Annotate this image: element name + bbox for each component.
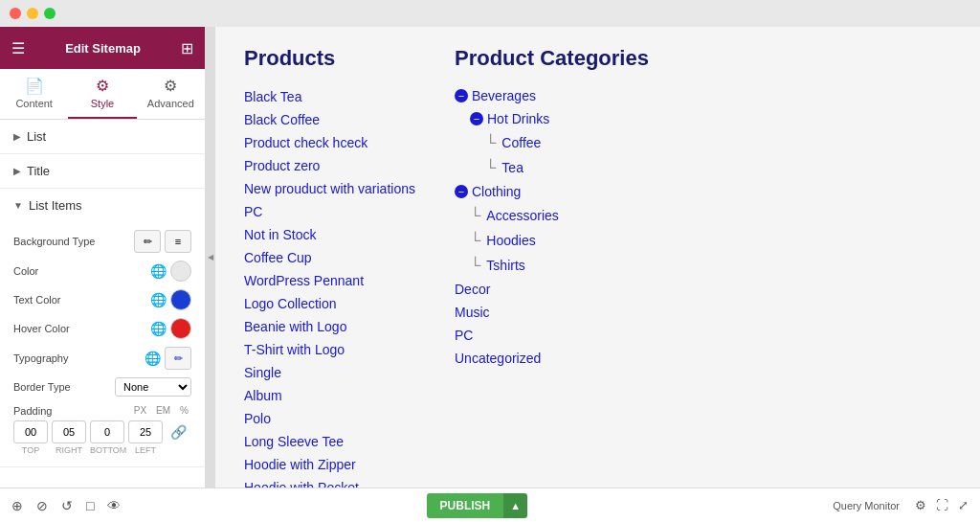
typography-row: Typography 🌐 ✏ [13,347,191,370]
section-title-header[interactable]: ▶ Title [0,154,205,188]
close-button[interactable] [10,8,21,19]
hover-color-label: Hover Color [13,323,150,334]
bg-type-pen-btn[interactable]: ✏ [134,230,161,253]
bottom-right-icons: ⚙ ⛶ ⤢ [915,498,969,512]
collapse-handle[interactable]: ◀ [206,27,215,488]
minus-icon[interactable]: − [470,112,483,125]
label-right: RIGHT [52,445,86,455]
hover-color-swatch[interactable] [170,318,191,339]
add-icon[interactable]: ⊕ [11,498,23,513]
eye-icon[interactable]: 👁 [107,498,121,513]
section-list-label: List [27,129,46,144]
publish-arrow-button[interactable]: ▲ [503,493,527,518]
list-item[interactable]: └Tea [455,157,665,178]
section-list-header[interactable]: ▶ List [0,120,205,153]
list-item[interactable]: New prouduct with variations [244,178,416,199]
content-icon: 📄 [25,77,44,95]
padding-right-input[interactable] [52,420,86,443]
menu-icon[interactable]: ☰ [11,39,25,57]
color-swatch[interactable] [170,261,191,282]
category-label: Decor [455,282,490,297]
typography-globe-icon[interactable]: 🌐 [145,351,161,366]
tree-line-icon: └ [485,159,496,176]
list-item[interactable]: Hoodie with Zipper [244,454,416,475]
category-label: Hoodies [486,233,535,248]
section-title-label: Title [27,164,50,178]
block-icon[interactable]: ⊘ [36,498,48,513]
list-item[interactable]: T-Shirt with Logo [244,339,416,360]
list-item[interactable]: −Clothing [455,182,665,201]
minus-icon[interactable]: − [455,185,468,198]
list-item[interactable]: Black Tea [244,86,416,107]
list-item[interactable]: −Beverages [455,86,665,105]
tab-advanced[interactable]: ⚙ Advanced [137,69,205,119]
list-item[interactable]: Uncategorized [455,349,665,368]
list-item[interactable]: Product check hceck [244,132,416,153]
fullscreen-icon[interactable]: ⤢ [958,498,969,512]
bg-type-lines-btn[interactable]: ≡ [165,230,191,253]
list-item[interactable]: Long Sleeve Tee [244,431,416,452]
color-row: Color 🌐 [13,261,191,282]
typography-label: Typography [13,352,145,364]
category-label: Uncategorized [455,351,541,366]
list-item[interactable]: Coffee Cup [244,247,416,268]
padding-link-icon[interactable]: 🔗 [170,424,187,440]
list-item[interactable]: PC [244,201,416,222]
padding-left-input[interactable] [128,420,163,443]
list-item[interactable]: PC [455,326,665,345]
square-icon[interactable]: □ [86,498,94,513]
text-color-row: Text Color 🌐 [13,289,191,310]
padding-top-input[interactable] [13,420,48,443]
padding-bottom-input[interactable] [90,420,124,443]
category-label: Accessories [486,208,558,223]
content-area: Products Black TeaBlack CoffeeProduct ch… [215,27,980,488]
grid-icon[interactable]: ⊞ [181,39,193,57]
text-color-globe-icon[interactable]: 🌐 [150,292,167,307]
minimize-button[interactable] [27,8,38,19]
list-item[interactable]: Album [244,385,416,406]
list-item[interactable]: Music [455,303,665,322]
color-globe-icon[interactable]: 🌐 [150,263,167,279]
products-title: Products [244,46,416,71]
tab-content[interactable]: 📄 Content [0,69,68,119]
list-item[interactable]: WordPress Pennant [244,270,416,291]
list-item[interactable]: Logo Collection [244,293,416,314]
unit-px[interactable]: PX [131,404,149,417]
list-item[interactable]: Decor [455,280,665,299]
expand-icon[interactable]: ⛶ [936,498,948,512]
list-item[interactable]: └Accessories [455,205,665,226]
border-type-row: Border Type None Solid Dashed Dotted [13,377,191,397]
hover-color-globe-icon[interactable]: 🌐 [150,321,167,336]
border-type-label: Border Type [13,381,115,393]
list-item[interactable]: Single [244,362,416,383]
publish-button[interactable]: PUBLISH [427,493,504,518]
list-item[interactable]: └Tshirts [455,255,665,276]
unit-em[interactable]: EM [153,404,173,417]
list-item[interactable]: Polo [244,408,416,429]
refresh-icon[interactable]: ↺ [61,498,73,513]
typography-edit-btn[interactable]: ✏ [165,347,191,370]
maximize-button[interactable] [44,8,56,19]
category-label: Music [455,305,490,320]
text-color-swatch[interactable] [170,289,191,310]
list-item[interactable]: −Hot Drinks [455,109,665,128]
section-list-items-header[interactable]: ▼ List Items [0,189,205,222]
sidebar: ☰ Edit Sitemap ⊞ 📄 Content ⚙ Style ⚙ Adv… [0,27,206,488]
unit-percent[interactable]: % [177,404,191,417]
label-top: TOP [13,445,48,455]
list-item[interactable]: Black Coffee [244,109,416,130]
list-item[interactable]: └Coffee [455,132,665,153]
category-label: Tshirts [486,258,524,273]
tab-style[interactable]: ⚙ Style [68,69,136,119]
list-item[interactable]: Not in Stock [244,224,416,245]
border-type-select[interactable]: None Solid Dashed Dotted [115,377,191,397]
list-item[interactable]: Hoodie with Pocket [244,477,416,488]
list-item[interactable]: └Hoodies [455,230,665,251]
tab-content-label: Content [15,98,53,109]
settings-icon[interactable]: ⚙ [915,498,926,512]
title-bar [0,0,980,27]
list-item[interactable]: Product zero [244,155,416,176]
list-item[interactable]: Beanie with Logo [244,316,416,337]
section-list-items-label: List Items [29,198,82,213]
minus-icon[interactable]: − [455,89,468,102]
